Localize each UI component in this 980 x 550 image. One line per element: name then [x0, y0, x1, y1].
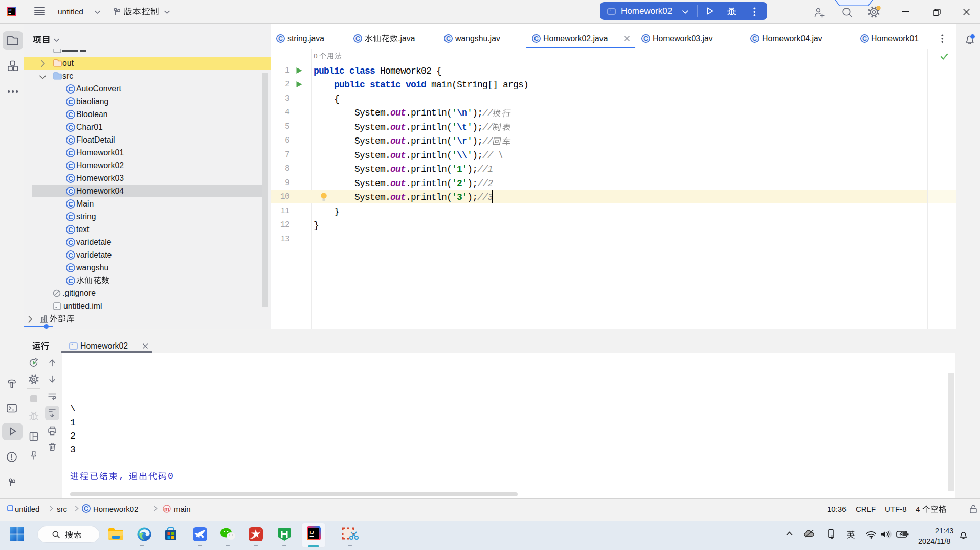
svg-text:C: C	[68, 123, 73, 131]
svg-text:C: C	[68, 277, 73, 284]
svg-text:C: C	[643, 35, 648, 42]
svg-text:C: C	[446, 35, 451, 42]
svg-text:C: C	[68, 238, 73, 246]
svg-text:IJ: IJ	[310, 529, 314, 535]
svg-text:m: m	[164, 506, 169, 512]
svg-text:C: C	[862, 35, 867, 42]
svg-text:C: C	[68, 187, 73, 195]
svg-text:C: C	[84, 505, 88, 512]
svg-text:C: C	[278, 35, 283, 42]
svg-text:C: C	[68, 110, 73, 118]
svg-text:C: C	[68, 98, 73, 105]
svg-text:IJ: IJ	[9, 8, 12, 12]
svg-text:C: C	[68, 200, 73, 208]
svg-text:C: C	[68, 136, 73, 144]
svg-text:C: C	[68, 174, 73, 182]
svg-text:C: C	[68, 149, 73, 156]
svg-text:C: C	[68, 264, 73, 271]
svg-text:C: C	[68, 225, 73, 233]
svg-text:C: C	[355, 35, 360, 42]
svg-text:C: C	[68, 162, 73, 169]
svg-text:C: C	[68, 85, 73, 93]
svg-text:C: C	[68, 251, 73, 259]
svg-text:C: C	[752, 35, 757, 42]
svg-text:C: C	[534, 35, 539, 42]
svg-text:C: C	[68, 213, 73, 220]
